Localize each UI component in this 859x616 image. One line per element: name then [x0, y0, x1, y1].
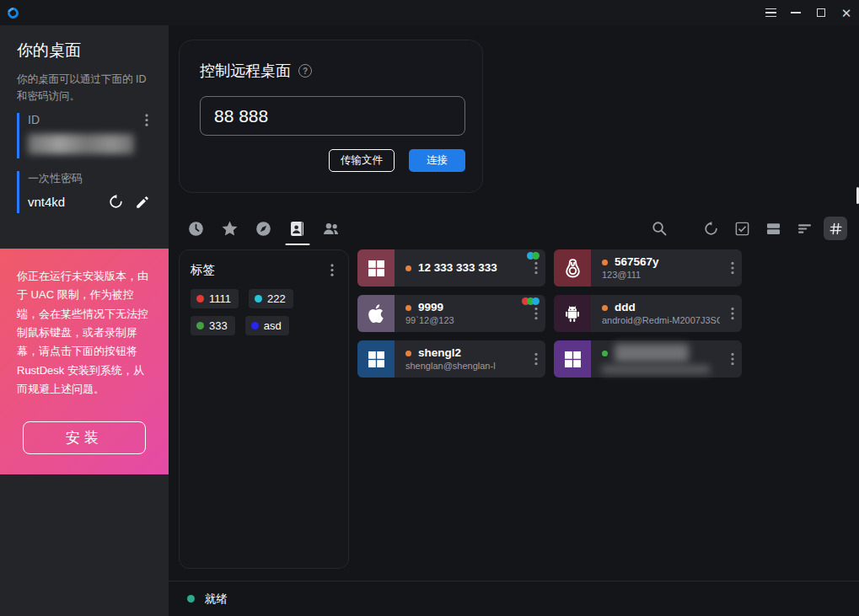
peers-grid: 12 333 333 333 567567	[357, 249, 742, 569]
close-button[interactable]: ✕	[834, 0, 859, 25]
tags-menu-button[interactable]	[330, 264, 334, 276]
id-menu-button[interactable]	[145, 114, 148, 126]
tag-item[interactable]: 333	[191, 316, 235, 335]
minimize-button[interactable]	[783, 0, 808, 25]
grid-view-button[interactable]	[824, 217, 847, 240]
peer-card[interactable]: shengl2 shenglan@shenglan-l	[357, 340, 545, 378]
peer-menu-button[interactable]	[731, 308, 734, 320]
card-view-button[interactable]	[761, 217, 785, 240]
peer-card[interactable]: 9999 99`12@123	[357, 295, 545, 332]
peer-menu-button[interactable]	[534, 262, 538, 275]
tag-item[interactable]: 1111	[191, 289, 239, 308]
id-label: ID	[28, 113, 40, 126]
peer-name: 9999	[418, 301, 443, 314]
refresh-button[interactable]	[699, 217, 722, 240]
peer-menu-button[interactable]	[534, 308, 538, 320]
peer-tag-dots	[524, 297, 540, 305]
main-area: 控制远程桌面 ? 传输文件 连接	[169, 25, 859, 616]
sidebar: 你的桌面 你的桌面可以通过下面的 ID 和密码访问。 ID 一次性密码 vnt4…	[0, 25, 169, 616]
connection-status-dot	[187, 595, 195, 603]
peer-info: ddd android@Redmi-M2007J3SC	[591, 295, 742, 332]
tab-discovered[interactable]	[255, 216, 272, 241]
online-status-dot	[405, 305, 411, 311]
titlebar: ✕	[0, 0, 859, 25]
password-value: vnt4kd	[28, 195, 65, 209]
tab-favorites[interactable]	[221, 216, 239, 241]
peer-name: 567567y	[615, 255, 659, 269]
peer-info: 567567y 123@111	[591, 249, 742, 287]
select-button[interactable]	[730, 217, 754, 240]
peer-card[interactable]	[554, 340, 742, 378]
tag-color-dot	[255, 295, 262, 303]
online-status-dot	[405, 351, 411, 356]
os-tile	[554, 295, 591, 332]
peer-view-actions	[647, 217, 847, 240]
checkbox-icon	[734, 221, 750, 237]
search-icon	[651, 220, 668, 237]
list-view-button[interactable]	[792, 217, 816, 240]
edit-password-icon[interactable]	[135, 195, 150, 210]
clock-icon	[187, 220, 205, 238]
peer-card[interactable]: ddd android@Redmi-M2007J3SC	[554, 295, 742, 332]
connect-card-title: 控制远程桌面	[200, 61, 291, 81]
tags-title: 标签	[191, 262, 215, 278]
hamburger-icon	[765, 8, 776, 18]
peer-menu-button[interactable]	[731, 262, 734, 275]
peer-name: ddd	[615, 301, 636, 314]
tab-recent-sessions[interactable]	[187, 216, 205, 241]
connect-card: 控制远程桌面 ? 传输文件 连接	[179, 40, 483, 193]
maximize-icon	[817, 8, 825, 17]
install-warning-text: 你正在运行未安装版本，由于 UAC 限制，作为被控端，会在某些情况下无法控制鼠标…	[17, 267, 152, 399]
install-warning: 你正在运行未安装版本，由于 UAC 限制，作为被控端，会在某些情况下无法控制鼠标…	[0, 249, 169, 474]
sort-lines-icon	[797, 221, 813, 237]
help-icon[interactable]: ?	[298, 64, 312, 78]
peer-hostname: android@Redmi-M2007J3SC	[602, 315, 720, 326]
tag-item[interactable]: 222	[249, 289, 293, 308]
online-status-dot	[602, 351, 608, 356]
id-section: ID	[17, 113, 152, 158]
connect-button[interactable]: 连接	[409, 149, 465, 172]
tag-label: asd	[264, 319, 282, 332]
search-button[interactable]	[647, 217, 671, 240]
tag-label: 1111	[209, 292, 231, 305]
password-label: 一次性密码	[28, 171, 152, 186]
tag-list: 1111 222 333 asd	[191, 289, 337, 335]
peer-tag-dots	[529, 252, 540, 260]
os-tile	[554, 340, 591, 378]
peer-info: shengl2 shenglan@shenglan-l	[395, 340, 545, 378]
peer-name: shengl2	[418, 346, 461, 360]
peer-info: 12 333 333 333	[395, 249, 545, 287]
sidebar-title: 你的桌面	[17, 40, 152, 62]
tag-color-dot	[196, 295, 204, 303]
regenerate-password-icon[interactable]	[108, 194, 124, 210]
tag-item[interactable]: asd	[245, 316, 289, 335]
install-button[interactable]: 安装	[23, 421, 146, 454]
tab-group[interactable]	[322, 216, 340, 241]
peer-menu-button[interactable]	[731, 353, 734, 366]
os-tile	[357, 340, 395, 378]
peer-card[interactable]: 12 333 333 333	[357, 249, 545, 287]
peer-menu-button[interactable]	[534, 353, 538, 366]
menu-button[interactable]	[758, 0, 783, 25]
close-icon: ✕	[841, 7, 852, 19]
hash-grid-icon	[829, 222, 843, 236]
minimize-icon	[791, 12, 801, 13]
peer-name-redacted	[615, 344, 689, 362]
transfer-file-button[interactable]: 传输文件	[329, 149, 395, 172]
rustdesk-window: ✕ 你的桌面 你的桌面可以通过下面的 ID 和密码访问。 ID 一次性密码 vn…	[0, 0, 859, 616]
maximize-button[interactable]	[808, 0, 834, 25]
compass-icon	[255, 220, 272, 238]
password-section: 一次性密码 vnt4kd	[17, 171, 152, 213]
group-icon	[322, 219, 340, 238]
refresh-icon	[703, 221, 719, 237]
id-value-redacted	[28, 134, 134, 154]
tab-address-book[interactable]	[288, 216, 306, 241]
windows-logo-icon	[366, 349, 386, 369]
peer-tabs	[187, 216, 340, 241]
remote-id-input[interactable]	[200, 96, 465, 136]
tags-panel: 标签 1111 222 333 asd	[179, 249, 349, 569]
peer-card[interactable]: 567567y 123@111	[554, 249, 742, 287]
peer-hostname: 99`12@123	[405, 315, 523, 326]
apple-logo-icon	[366, 303, 387, 324]
tag-label: 222	[267, 292, 286, 305]
